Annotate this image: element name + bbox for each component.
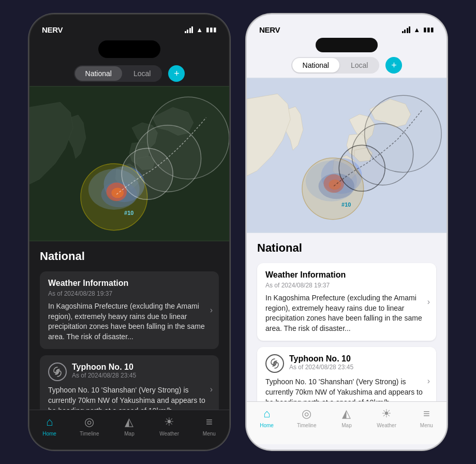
dark-map-area: #10 [29, 86, 229, 241]
dark-map-svg: #10 [29, 86, 229, 241]
dark-phone: NERV ▲ ▮▮▮ National Local [28, 13, 230, 451]
light-typhoon-card-body: Typhoon No. 10 'Shanshan' (Very Strong) … [265, 377, 428, 401]
light-signal [402, 26, 411, 33]
light-top-tabs: National Local + [247, 53, 447, 78]
light-weather-label: Weather [377, 423, 396, 428]
dark-nav-map[interactable]: ◭ Map [114, 415, 145, 437]
light-bottom-nav: ⌂ Home ◎ Timeline ◭ Map ☀ Weather ≡ Menu [247, 401, 447, 444]
dark-weather-card-chevron: › [210, 306, 213, 315]
light-phone: NERV ▲ ▮▮▮ National Local [246, 13, 448, 451]
light-map-area: #10 [247, 78, 447, 233]
light-map-icon: ◭ [342, 407, 351, 421]
light-battery-icon: ▮▮▮ [423, 26, 434, 33]
light-weather-card-timestamp: As of 2024/08/28 19:37 [265, 282, 428, 289]
dark-tab-national[interactable]: National [75, 66, 122, 81]
light-map-label: Map [341, 423, 351, 428]
dark-weather-card-timestamp: As of 2024/08/28 19:37 [48, 290, 211, 297]
dark-tab-pill-container: National Local [74, 65, 162, 82]
dark-typhoon-card-body: Typhoon No. 10 'Shanshan' (Very Strong) … [48, 385, 211, 410]
dark-timeline-label: Timeline [80, 431, 99, 437]
light-nav-map[interactable]: ◭ Map [331, 407, 362, 428]
light-nav-timeline[interactable]: ◎ Timeline [291, 407, 322, 428]
dark-menu-icon: ≡ [206, 415, 213, 429]
light-section-title: National [257, 241, 436, 255]
dark-home-label: Home [42, 431, 56, 437]
dark-home-icon: ⌂ [46, 415, 53, 429]
light-weather-card-body: In Kagoshima Prefecture (excluding the A… [265, 293, 428, 334]
light-content-area: National Weather Information As of 2024/… [247, 233, 447, 401]
dark-typhoon-card-header: Typhoon No. 10 As of 2024/08/28 23:45 [48, 363, 211, 381]
light-app-content: National Local + [247, 53, 447, 401]
phones-container: NERV ▲ ▮▮▮ National Local [0, 0, 476, 464]
dark-typhoon-card-title: Typhoon No. 10 [72, 363, 136, 372]
light-notch [247, 37, 447, 53]
dark-weather-card-body: In Kagoshima Prefecture (excluding the A… [48, 301, 211, 342]
light-menu-label: Menu [420, 423, 433, 428]
light-dynamic-island [316, 38, 378, 52]
light-nav-weather[interactable]: ☀ Weather [371, 407, 402, 428]
dark-map-label: Map [124, 431, 134, 437]
dark-tab-local[interactable]: Local [123, 66, 161, 81]
dark-carrier: NERV [42, 25, 63, 34]
light-plus-button[interactable]: + [385, 57, 402, 74]
dark-weather-card-title: Weather Information [48, 279, 211, 288]
dark-plus-button[interactable]: + [168, 65, 185, 82]
dark-dynamic-island [98, 40, 160, 58]
light-home-indicator [247, 444, 447, 451]
dark-wifi-icon: ▲ [196, 26, 203, 34]
light-weather-card-chevron: › [427, 297, 430, 307]
light-home-label: Home [260, 423, 274, 428]
svg-text:#10: #10 [124, 210, 133, 216]
dark-battery-icon: ▮▮▮ [206, 26, 217, 33]
light-timeline-icon: ◎ [302, 407, 311, 421]
dark-status-bar: NERV ▲ ▮▮▮ [29, 15, 229, 37]
dark-app-content: National Local + [29, 61, 229, 410]
light-map-svg: #10 [247, 78, 447, 233]
dark-typhoon-card[interactable]: Typhoon No. 10 As of 2024/08/28 23:45 Ty… [40, 355, 219, 410]
dark-typhoon-icon [48, 363, 67, 381]
dark-content-area: National Weather Information As of 2024/… [29, 241, 229, 410]
light-tab-pill-container: National Local [291, 57, 380, 74]
svg-point-21 [365, 95, 441, 172]
light-weather-card-title: Weather Information [265, 270, 428, 280]
dark-weather-card[interactable]: Weather Information As of 2024/08/28 19:… [40, 271, 219, 349]
light-home-icon: ⌂ [263, 407, 270, 421]
dark-map-icon: ◭ [125, 415, 133, 429]
dark-weather-icon: ☀ [164, 415, 174, 429]
dark-weather-label: Weather [159, 431, 179, 437]
light-nav-home[interactable]: ⌂ Home [251, 407, 282, 428]
dark-nav-home[interactable]: ⌂ Home [34, 415, 65, 437]
light-typhoon-card-timestamp: As of 2024/08/28 23:45 [289, 364, 353, 371]
light-wifi-icon: ▲ [413, 26, 420, 34]
light-weather-icon: ☀ [381, 407, 392, 421]
dark-typhoon-card-timestamp: As of 2024/08/28 23:45 [72, 372, 136, 379]
dark-nav-menu[interactable]: ≡ Menu [194, 415, 225, 437]
dark-typhoon-card-chevron: › [210, 385, 213, 394]
dark-bottom-nav: ⌂ Home ◎ Timeline ◭ Map ☀ Weather ≡ Menu [29, 410, 229, 451]
svg-text:#10: #10 [341, 201, 351, 208]
light-typhoon-card-header: Typhoon No. 10 As of 2024/08/28 23:45 [265, 354, 428, 373]
light-tab-local[interactable]: Local [340, 58, 378, 72]
light-status-icons: ▲ ▮▮▮ [402, 26, 434, 34]
light-carrier: NERV [259, 25, 280, 34]
light-typhoon-icon [265, 354, 284, 373]
light-typhoon-card[interactable]: Typhoon No. 10 As of 2024/08/28 23:45 Ty… [257, 347, 436, 401]
dark-menu-label: Menu [203, 431, 216, 437]
light-timeline-label: Timeline [297, 423, 316, 428]
light-nav-menu[interactable]: ≡ Menu [411, 407, 442, 428]
light-status-bar: NERV ▲ ▮▮▮ [247, 15, 447, 37]
dark-status-icons: ▲ ▮▮▮ [185, 26, 217, 34]
dark-nav-timeline[interactable]: ◎ Timeline [74, 415, 105, 437]
dark-signal [185, 26, 194, 33]
dark-section-title: National [40, 250, 219, 263]
light-menu-icon: ≡ [423, 407, 430, 421]
light-typhoon-card-chevron: › [427, 376, 430, 386]
dark-timeline-icon: ◎ [84, 415, 94, 429]
light-weather-card[interactable]: Weather Information As of 2024/08/28 19:… [257, 263, 436, 341]
light-tab-national[interactable]: National [292, 58, 339, 72]
dark-nav-weather[interactable]: ☀ Weather [154, 415, 185, 437]
light-typhoon-card-title: Typhoon No. 10 [289, 354, 353, 364]
dark-top-tabs: National Local + [29, 61, 229, 86]
